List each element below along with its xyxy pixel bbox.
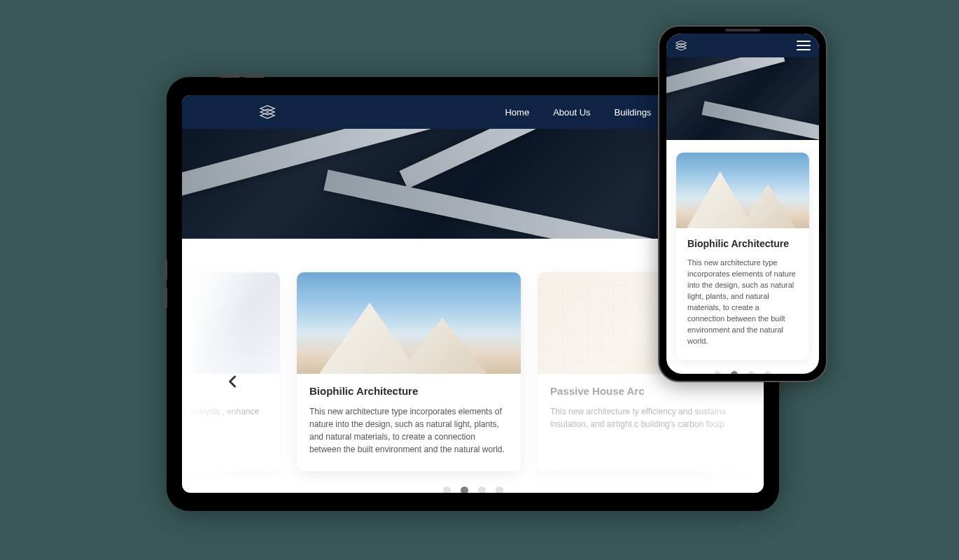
nav-link-buildings[interactable]: Buildings (615, 107, 652, 118)
card-image (297, 272, 521, 374)
hero-image (666, 57, 819, 140)
tablet-top-button (219, 74, 240, 78)
logo-icon (259, 104, 276, 120)
carousel-dot[interactable] (478, 486, 486, 493)
nav-link-home[interactable]: Home (505, 107, 529, 118)
carousel-dots (182, 486, 764, 493)
phone-device: Biophilic Architecture This new architec… (658, 25, 827, 382)
phone-speaker (725, 29, 760, 31)
carousel-dot[interactable] (496, 486, 503, 493)
card-image (676, 153, 809, 228)
logo-icon (675, 39, 687, 52)
card-title: Biophilic Architecture (309, 385, 508, 397)
card-title: Passive House Arc (550, 385, 749, 397)
carousel-dot[interactable] (714, 371, 721, 374)
card-description: This new architecture type incorporates … (309, 405, 508, 456)
phone-screen: Biophilic Architecture This new architec… (666, 34, 819, 374)
carousel-dots (676, 371, 809, 374)
nav-link-about[interactable]: About Us (553, 107, 590, 118)
card-description: tes technology into oT, and data analysi… (182, 405, 267, 430)
card-description: This new architecture ty efficiency and … (550, 405, 749, 430)
mobile-header (666, 34, 819, 57)
carousel-dot[interactable] (748, 371, 755, 374)
card-title: Biophilic Architecture (687, 238, 798, 249)
tablet-top-button (244, 74, 265, 78)
carousel-dot-active[interactable] (731, 371, 738, 374)
carousel-dot[interactable] (764, 371, 771, 374)
mobile-carousel: Biophilic Architecture This new architec… (666, 140, 819, 374)
tablet-side-button (164, 287, 167, 308)
carousel-dot-active[interactable] (461, 486, 468, 493)
card-image (182, 272, 280, 374)
carousel-dot[interactable] (443, 486, 451, 493)
menu-icon[interactable] (797, 41, 811, 50)
carousel-prev-button[interactable] (223, 372, 242, 391)
carousel-card-active[interactable]: Biophilic Architecture This new architec… (297, 272, 521, 471)
carousel-card-active[interactable]: Biophilic Architecture This new architec… (676, 153, 809, 360)
card-description: This new architecture type incorporates … (687, 258, 798, 347)
tablet-side-button (164, 259, 167, 280)
